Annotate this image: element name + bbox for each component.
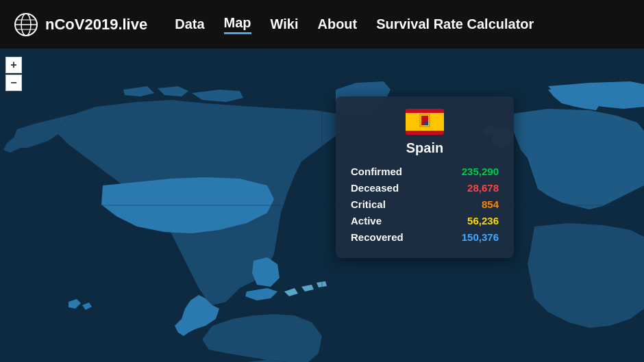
nav-link-calculator[interactable]: Survival Rate Calculator [376, 16, 534, 32]
stat-label-confirmed: Confirmed [351, 166, 402, 177]
popup-flag-container [351, 109, 499, 135]
stat-row-recovered: Recovered 150,376 [351, 231, 499, 243]
stat-label-critical: Critical [351, 198, 386, 210]
stat-value-critical: 854 [482, 198, 499, 210]
country-popup: Spain Confirmed 235,290 Deceased 28,678 … [336, 96, 514, 258]
flag-yellow [406, 113, 444, 131]
svg-rect-9 [421, 116, 428, 121]
nav-link-data[interactable]: Data [175, 16, 204, 32]
logo[interactable]: nCoV2019.live [14, 12, 147, 37]
svg-rect-10 [421, 121, 425, 125]
nav-link-map[interactable]: Map [224, 15, 251, 34]
zoom-out-button[interactable]: − [5, 75, 22, 91]
coat-of-arms [406, 113, 444, 128]
zoom-in-button[interactable]: + [5, 57, 22, 73]
stat-value-active: 56,236 [467, 215, 499, 227]
nav-link-wiki[interactable]: Wiki [271, 16, 299, 32]
svg-rect-11 [425, 121, 428, 125]
stat-row-deceased: Deceased 28,678 [351, 182, 499, 194]
popup-country-name: Spain [351, 140, 499, 156]
logo-text: nCoV2019.live [45, 16, 147, 34]
world-map [0, 49, 644, 362]
nav-links: Data Map Wiki About Survival Rate Calcul… [175, 15, 534, 34]
stat-label-recovered: Recovered [351, 231, 404, 243]
navbar: nCoV2019.live Data Map Wiki About Surviv… [0, 0, 644, 49]
spain-flag [406, 109, 444, 135]
map-area[interactable]: + − Spain [0, 49, 644, 362]
stat-row-active: Active 56,236 [351, 215, 499, 227]
flag-red-bottom [406, 131, 444, 135]
stat-value-recovered: 150,376 [462, 231, 499, 243]
stat-row-critical: Critical 854 [351, 198, 499, 210]
popup-stats: Confirmed 235,290 Deceased 28,678 Critic… [351, 166, 499, 243]
nav-link-about[interactable]: About [317, 16, 357, 32]
stat-row-confirmed: Confirmed 235,290 [351, 166, 499, 177]
stat-label-deceased: Deceased [351, 182, 399, 194]
globe-icon [14, 12, 38, 37]
stat-value-confirmed: 235,290 [462, 166, 499, 177]
stat-value-deceased: 28,678 [467, 182, 499, 194]
stat-label-active: Active [351, 215, 382, 227]
zoom-controls: + − [5, 57, 22, 91]
